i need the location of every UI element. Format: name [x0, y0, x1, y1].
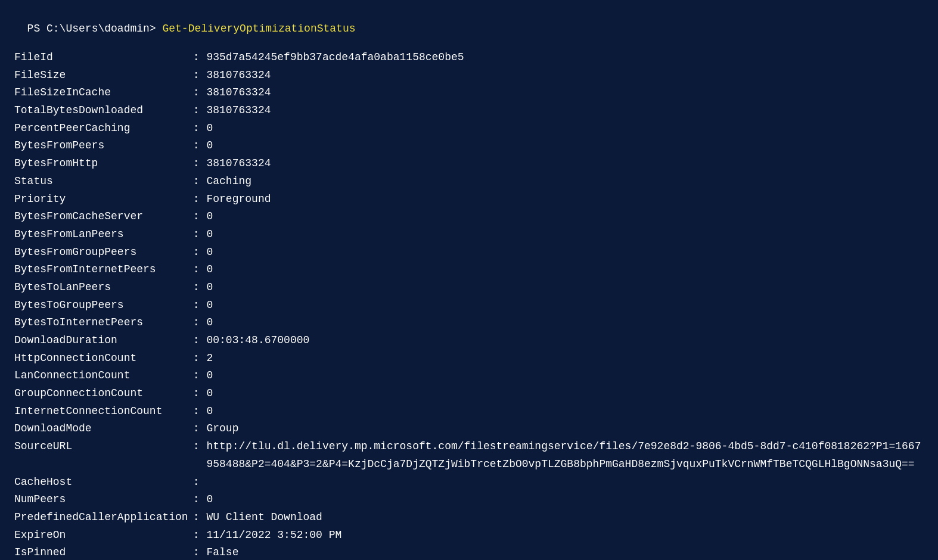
- field-value: 00:03:48.6700000: [206, 332, 924, 350]
- field-key: DownloadMode: [14, 420, 193, 438]
- prompt-command: Get-DeliveryOptimizationStatus: [162, 23, 355, 35]
- field-sep: :: [193, 474, 207, 491]
- field-key: BytesFromHttp: [14, 155, 193, 173]
- field-value: Foreground: [206, 191, 924, 209]
- table-row: BytesFromPeers:0: [14, 137, 924, 155]
- field-value: Group: [206, 420, 924, 438]
- field-sep: :: [193, 102, 207, 120]
- table-row: FileSizeInCache:3810763324: [14, 84, 924, 102]
- field-key: BytesFromGroupPeers: [14, 244, 193, 262]
- field-value: http://tlu.dl.delivery.mp.microsoft.com/…: [206, 438, 924, 473]
- output-block: FileId:935d7a54245ef9bb37acde4afa0aba115…: [14, 49, 924, 560]
- table-row: BytesToInternetPeers:0: [14, 314, 924, 332]
- field-sep: :: [193, 491, 207, 509]
- table-row: HttpConnectionCount:2: [14, 350, 924, 368]
- table-row: PercentPeerCaching:0: [14, 120, 924, 138]
- field-value: 0: [206, 403, 924, 421]
- prompt-line: PS C:\Users\doadmin> Get-DeliveryOptimiz…: [14, 11, 924, 35]
- field-key: BytesToGroupPeers: [14, 297, 193, 315]
- field-value: 0: [206, 137, 924, 155]
- table-row: ExpireOn:11/11/2022 3:52:00 PM: [14, 527, 924, 545]
- field-sep: :: [193, 244, 207, 262]
- field-key: NumPeers: [14, 491, 193, 509]
- field-value: 2: [206, 350, 924, 368]
- field-value: 3810763324: [206, 102, 924, 120]
- field-sep: :: [193, 314, 207, 332]
- field-value: False: [206, 544, 924, 560]
- field-sep: :: [193, 155, 207, 173]
- table-row: GroupConnectionCount:0: [14, 385, 924, 403]
- field-sep: :: [193, 261, 207, 279]
- table-row: BytesFromInternetPeers:0: [14, 261, 924, 279]
- field-key: SourceURL: [14, 438, 193, 473]
- field-key: InternetConnectionCount: [14, 403, 193, 421]
- field-key: DownloadDuration: [14, 332, 193, 350]
- table-row: BytesFromHttp:3810763324: [14, 155, 924, 173]
- field-key: PredefinedCallerApplication: [14, 509, 193, 527]
- table-row: BytesToGroupPeers:0: [14, 297, 924, 315]
- field-sep: :: [193, 332, 207, 350]
- field-value: 0: [206, 279, 924, 297]
- field-key: BytesToLanPeers: [14, 279, 193, 297]
- field-value: WU Client Download: [206, 509, 924, 527]
- field-value: 0: [206, 297, 924, 315]
- field-sep: :: [193, 67, 207, 85]
- field-value: 0: [206, 385, 924, 403]
- field-value: 0: [206, 261, 924, 279]
- field-sep: :: [193, 385, 207, 403]
- field-value: 11/11/2022 3:52:00 PM: [206, 527, 924, 545]
- field-value: 0: [206, 208, 924, 226]
- table-row: CacheHost:: [14, 474, 924, 491]
- field-key: BytesFromPeers: [14, 137, 193, 155]
- field-sep: :: [193, 438, 207, 473]
- field-sep: :: [193, 120, 207, 138]
- field-key: FileSize: [14, 67, 193, 85]
- field-key: BytesFromCacheServer: [14, 208, 193, 226]
- field-sep: :: [193, 367, 207, 385]
- field-key: ExpireOn: [14, 527, 193, 545]
- table-row: BytesFromGroupPeers:0: [14, 244, 924, 262]
- table-row: FileSize:3810763324: [14, 67, 924, 85]
- table-row: DownloadMode:Group: [14, 420, 924, 438]
- table-row: FileId:935d7a54245ef9bb37acde4afa0aba115…: [14, 49, 924, 67]
- field-value: [206, 474, 924, 491]
- table-row: InternetConnectionCount:0: [14, 403, 924, 421]
- field-value: 0: [206, 314, 924, 332]
- field-sep: :: [193, 279, 207, 297]
- field-sep: :: [193, 527, 207, 545]
- field-value: 935d7a54245ef9bb37acde4afa0aba1158ce0be5: [206, 49, 924, 67]
- field-value: 0: [206, 367, 924, 385]
- field-key: BytesToInternetPeers: [14, 314, 193, 332]
- field-value: 0: [206, 226, 924, 244]
- field-sep: :: [193, 420, 207, 438]
- field-sep: :: [193, 191, 207, 209]
- field-sep: :: [193, 297, 207, 315]
- field-sep: :: [193, 84, 207, 102]
- field-value: 0: [206, 120, 924, 138]
- field-key: Status: [14, 173, 193, 191]
- field-sep: :: [193, 403, 207, 421]
- field-sep: :: [193, 544, 207, 560]
- table-row: PredefinedCallerApplication:WU Client Do…: [14, 509, 924, 527]
- field-sep: :: [193, 350, 207, 368]
- table-row: LanConnectionCount:0: [14, 367, 924, 385]
- table-row: IsPinned:False: [14, 544, 924, 560]
- field-value: Caching: [206, 173, 924, 191]
- field-key: LanConnectionCount: [14, 367, 193, 385]
- field-value: 0: [206, 491, 924, 509]
- field-sep: :: [193, 208, 207, 226]
- field-key: BytesFromInternetPeers: [14, 261, 193, 279]
- field-key: PercentPeerCaching: [14, 120, 193, 138]
- table-row: TotalBytesDownloaded:3810763324: [14, 102, 924, 120]
- field-value: 0: [206, 244, 924, 262]
- table-row: BytesFromCacheServer:0: [14, 208, 924, 226]
- field-key: GroupConnectionCount: [14, 385, 193, 403]
- field-key: TotalBytesDownloaded: [14, 102, 193, 120]
- field-value: 3810763324: [206, 155, 924, 173]
- field-key: IsPinned: [14, 544, 193, 560]
- table-row: Priority:Foreground: [14, 191, 924, 209]
- table-row: BytesToLanPeers:0: [14, 279, 924, 297]
- table-row: SourceURL:http://tlu.dl.delivery.mp.micr…: [14, 438, 924, 473]
- field-key: CacheHost: [14, 474, 193, 491]
- field-sep: :: [193, 509, 207, 527]
